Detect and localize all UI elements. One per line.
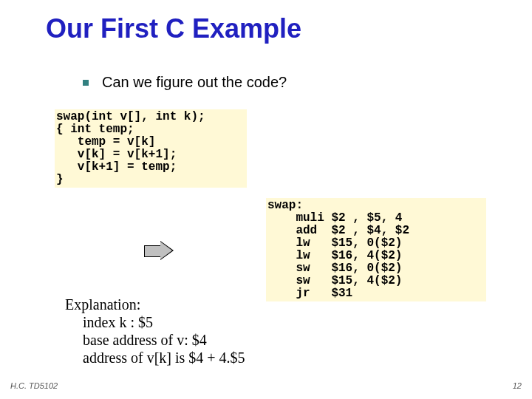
explanation-line3: address of v[k] is $4 + 4.$5 [83, 349, 245, 366]
arrow-icon [144, 242, 175, 259]
mips-code-block: swap: muli $2 , $5, 4 add $2 , $4, $2 lw… [266, 198, 486, 301]
bullet-text: Can we figure out the code? [102, 74, 287, 91]
c-code-block: swap(int v[], int k); { int temp; temp =… [55, 109, 247, 188]
bullet-icon [83, 80, 89, 86]
explanation-line1: index k : $5 [83, 313, 245, 331]
page-number: 12 [513, 381, 522, 390]
explanation-heading: Explanation: [65, 296, 245, 313]
explanation-line2: base address of v: $4 [83, 331, 245, 349]
footer-left: H.C. TD5102 [10, 381, 58, 390]
bullet-row: Can we figure out the code? [83, 74, 287, 91]
explanation-block: Explanation: index k : $5 base address o… [65, 296, 245, 366]
slide-title: Our First C Example [46, 13, 301, 44]
